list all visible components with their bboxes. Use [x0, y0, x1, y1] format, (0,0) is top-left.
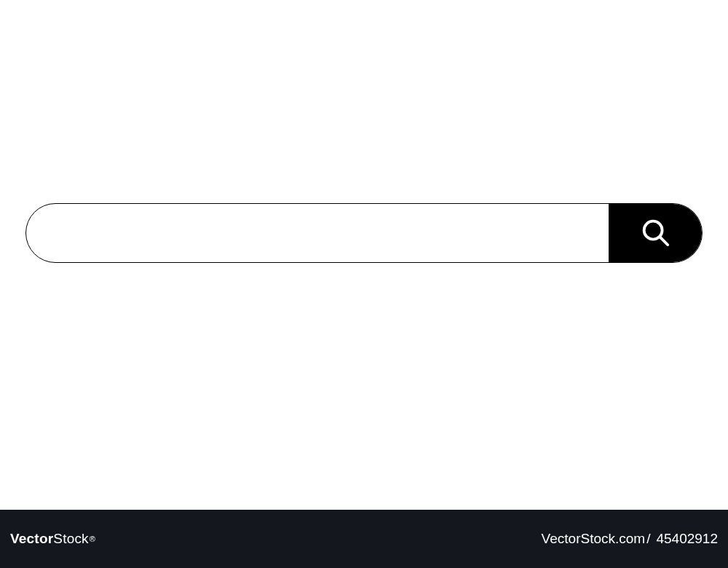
site-name: VectorStock.com	[542, 531, 646, 547]
search-button[interactable]	[609, 204, 702, 262]
brand-rest: Stock	[53, 531, 89, 547]
search-input[interactable]	[26, 204, 609, 262]
main-area	[0, 0, 728, 510]
search-bar	[25, 203, 703, 263]
sep: /	[646, 531, 650, 547]
svg-line-1	[660, 237, 668, 245]
brand-strong: Vector	[10, 531, 53, 547]
image-id: 45402912	[656, 531, 718, 547]
brand-logo: VectorStock®	[10, 531, 95, 547]
footer-bar: VectorStock® VectorStock.com/45402912	[0, 510, 728, 568]
registered-mark: ®	[90, 535, 95, 543]
footer-attribution: VectorStock.com/45402912	[542, 531, 718, 547]
search-icon	[638, 216, 672, 251]
